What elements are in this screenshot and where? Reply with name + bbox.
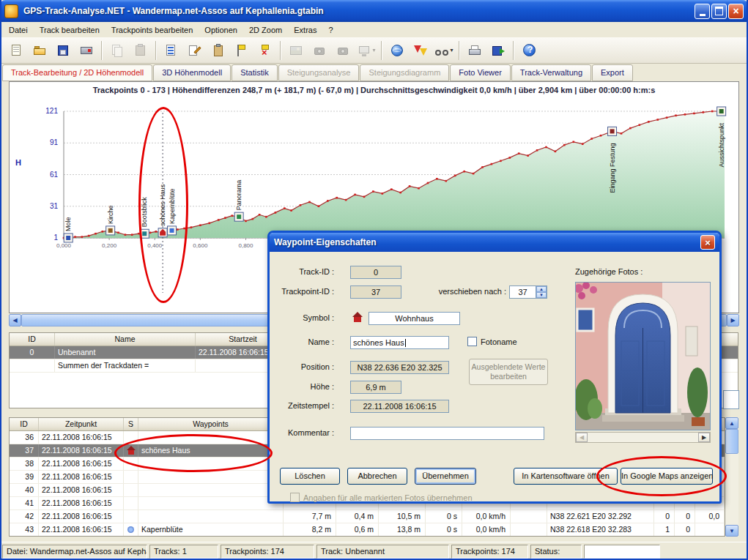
tab-track-bearbeitung-2d-höhenmodell[interactable]: Track-Bearbeitung / 2D Höhenmodell — [2, 64, 152, 81]
cell-zeitpunkt: 22.11.2008 16:06:15 — [39, 431, 124, 444]
save-button[interactable] — [51, 40, 75, 61]
close-button[interactable]: × — [728, 4, 744, 19]
tab-track-verwaltung[interactable]: Track-Verwaltung — [511, 64, 591, 81]
chart-waypoint-aussichtspunkt[interactable]: Aussichtspunkt — [717, 107, 726, 168]
clipboard-button[interactable] — [207, 40, 230, 61]
edit-list-button[interactable] — [160, 40, 183, 61]
menu-item-trackpoints-bearbeiten[interactable]: Trackpoints bearbeiten — [105, 23, 199, 37]
open-file-icon — [32, 43, 47, 58]
chart-waypoint-mole[interactable]: Mole — [64, 217, 73, 242]
column-header-waypoints[interactable]: Waypoints — [138, 418, 284, 430]
waypoint-table-row[interactable]: 4322.11.2008 16:06:15Kapernblüte8,2 m0,6… — [10, 523, 725, 537]
chart-waypoint-panorama[interactable]: Panorama — [234, 180, 243, 222]
menu-item-extras[interactable]: Extras — [288, 23, 322, 37]
chart-waypoint-kapernblüte[interactable]: Kapernblüte — [168, 188, 177, 235]
print-button[interactable] — [463, 40, 486, 61]
move-to-spinner[interactable]: 37 ▲ ▼ — [509, 285, 547, 299]
column-header-zeitpunkt[interactable]: Zeitpunkt — [39, 418, 124, 430]
arrow-left-icon: ◀ — [12, 317, 17, 324]
waypoint-table-row[interactable]: 4222.11.2008 16:06:157,7 m0,4 m10,5 m0 s… — [10, 510, 725, 523]
open-file-button[interactable] — [28, 40, 51, 61]
chart-waypoint-bootsblick[interactable]: Bootsblick — [140, 197, 149, 239]
dialog-close-button[interactable]: × — [700, 235, 715, 250]
tab-3d-höhenmodell[interactable]: 3D Höhenmodell — [153, 64, 231, 81]
google-maps-button[interactable]: In Google Maps anzeigen — [621, 468, 713, 485]
column-header-name[interactable]: Name — [55, 333, 196, 346]
menu-item-optionen[interactable]: Optionen — [199, 23, 243, 37]
tab-export[interactable]: Export — [592, 64, 633, 81]
edit-waypoint-button[interactable] — [230, 40, 253, 61]
maximize-button[interactable] — [711, 4, 727, 19]
menu-item-track-bearbeiten[interactable]: Track bearbeiten — [34, 23, 105, 37]
chart-waypoint-schönes-haus[interactable]: schönes Haus — [158, 184, 167, 237]
column-header-id[interactable]: ID — [10, 418, 39, 430]
status-segment-4: Trackpoints: 174 — [451, 545, 528, 559]
arrow-right-icon: ▶ — [730, 317, 735, 324]
spin-up-button[interactable]: ▲ — [536, 286, 547, 292]
markers-button[interactable] — [409, 40, 432, 61]
loeschen-button[interactable]: Löschen — [280, 468, 340, 485]
scrollbar-thumb[interactable] — [725, 429, 738, 454]
house-icon — [127, 447, 136, 455]
menu-item-2d-zoom[interactable]: 2D Zoom — [243, 23, 288, 37]
chart-waypoint-kirche[interactable]: Kirche — [106, 205, 115, 235]
menu-item-hilfe[interactable]: ? — [322, 23, 338, 37]
chart-waypoint-label: Kapernblüte — [169, 188, 176, 224]
tab-bar: Track-Bearbeitung / 2D Höhenmodell3D Höh… — [0, 64, 748, 81]
symbol-label: Symbol : — [270, 313, 334, 322]
markers-icon — [413, 43, 428, 58]
symbol-field[interactable]: Wohnhaus — [369, 312, 460, 325]
column-header-s[interactable]: S — [124, 418, 138, 430]
delete-waypoint-button[interactable] — [253, 40, 277, 61]
globe-button[interactable] — [385, 40, 409, 61]
trackpoint-id-field: 37 — [350, 285, 401, 299]
new-track-button[interactable] — [4, 40, 28, 61]
track-id-field: 0 — [350, 266, 401, 279]
abbrechen-button[interactable]: Abbrechen — [347, 468, 407, 485]
cell-symbol — [124, 497, 138, 509]
toolbar: ▾▾ — [0, 37, 748, 64]
edit-list-icon — [164, 43, 179, 58]
kartensoftware-button[interactable]: In Kartensoftware öffnen — [514, 468, 618, 485]
tab-statistik[interactable]: Statistik — [232, 64, 278, 81]
cell-extra-6: N38 22.618 E20 32.283 — [547, 523, 654, 536]
photo-prev-button[interactable]: ◀ — [576, 433, 588, 442]
minimize-button[interactable] — [695, 4, 710, 19]
dialog-title: Waypoint-Eigenschaften — [274, 237, 377, 247]
route-icon — [434, 43, 449, 58]
scroll-right-button[interactable]: ▶ — [727, 314, 739, 326]
column-header-id[interactable]: ID — [10, 333, 55, 346]
svg-text:1: 1 — [53, 234, 58, 242]
edit-page-button[interactable] — [183, 40, 207, 61]
obscured-control-fragment — [723, 390, 739, 409]
uebernehmen-button[interactable]: Übernehmen — [415, 468, 476, 485]
cell-extra-1: 0,4 m — [336, 510, 379, 523]
photo-blue-door — [576, 283, 710, 430]
waypoint-photo[interactable] — [575, 282, 711, 430]
photo-next-button[interactable]: ▶ — [698, 433, 710, 442]
help-button[interactable] — [517, 40, 541, 61]
fotoname-checkbox[interactable] — [467, 337, 477, 346]
title-bar[interactable]: GPS-Track-Analyse.NET - Wandermap.net-As… — [0, 0, 748, 22]
scroll-down-button[interactable]: ▼ — [725, 525, 738, 537]
kommentar-input[interactable] — [350, 427, 544, 440]
cell-zeitpunkt: 22.11.2008 16:06:15 — [39, 510, 124, 523]
tab-foto-viewer[interactable]: Foto Viewer — [450, 64, 511, 81]
waypoint-table-scrollbar[interactable]: ▲ ▼ — [725, 417, 738, 537]
dropdown-arrow-icon[interactable]: ▾ — [450, 47, 453, 53]
route-button[interactable]: ▾ — [432, 40, 456, 61]
spin-down-button[interactable]: ▼ — [536, 292, 547, 298]
menu-item-datei[interactable]: Datei — [3, 23, 34, 37]
scroll-up-button[interactable]: ▲ — [725, 417, 738, 429]
name-input[interactable]: schönes Haus — [350, 336, 449, 349]
export-device-button[interactable] — [75, 40, 98, 61]
save-export-button[interactable] — [486, 40, 510, 61]
scroll-left-button[interactable]: ◀ — [9, 314, 21, 326]
scrollbar-track[interactable] — [725, 429, 738, 525]
cell-id: 36 — [10, 431, 39, 444]
dialog-titlebar[interactable]: Waypoint-Eigenschaften × — [270, 233, 719, 252]
position-label: Position : — [270, 362, 334, 371]
copy-page-icon — [110, 43, 125, 58]
print-icon — [467, 43, 482, 58]
kommentar-label: Kommentar : — [270, 428, 334, 437]
